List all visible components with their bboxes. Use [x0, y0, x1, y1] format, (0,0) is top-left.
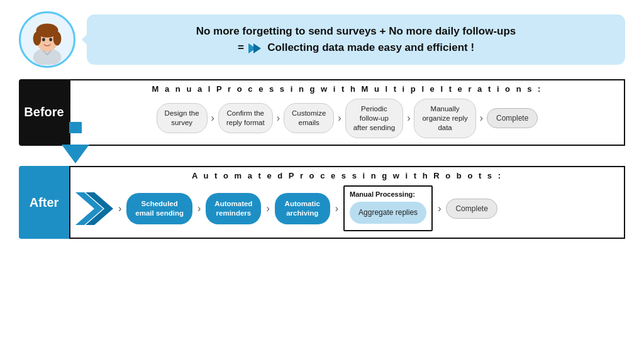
after-arrow-2: › — [197, 203, 201, 214]
arrow-1: › — [211, 112, 214, 124]
manual-processing-box: Manual Processing: Aggregate replies — [343, 185, 433, 232]
after-arrow-1: › — [118, 203, 121, 214]
after-label: After — [19, 166, 69, 239]
speech-bubble: No more forgetting to send surveys + No … — [87, 14, 625, 64]
down-arrow-group — [62, 150, 89, 163]
arrow-5: › — [480, 112, 483, 124]
before-step-1: Design thesurvey — [157, 103, 208, 133]
before-section: Before M a n u a l P r o c e s s i n g w… — [19, 79, 625, 146]
arrow-4: › — [407, 112, 410, 124]
after-arrow-4: › — [335, 203, 338, 214]
before-process-box: M a n u a l P r o c e s s i n g w i t h … — [69, 79, 625, 146]
before-label: Before — [19, 79, 69, 146]
before-step-2: Confirm thereply format — [218, 103, 273, 133]
power-automate-logo — [75, 192, 113, 225]
arrow-2: › — [277, 112, 280, 124]
after-complete: Complete — [446, 199, 497, 219]
pa-chevron-icon — [75, 192, 113, 225]
speech-text: No more forgetting to send surveys + No … — [101, 23, 611, 55]
before-title: M a n u a l P r o c e s s i n g w i t h … — [77, 84, 618, 94]
after-title: A u t o m a t e d P r o c e s s i n g w … — [75, 171, 619, 180]
after-steps-row: › Scheduledemail sending › Automatedremi… — [75, 185, 619, 232]
before-step-5: Manuallyorganize replydata — [414, 99, 475, 138]
svg-marker-9 — [253, 43, 261, 53]
before-step-4: Periodicfollow-upafter sending — [345, 99, 404, 138]
top-section: No more forgetting to send surveys + No … — [0, 0, 644, 74]
down-arrow-container — [19, 150, 644, 163]
after-arrow-3: › — [266, 203, 269, 214]
svg-point-7 — [49, 38, 52, 41]
power-automate-icon — [247, 41, 262, 56]
arrow-3: › — [338, 112, 341, 124]
before-steps-row: Design thesurvey › Confirm thereply form… — [77, 99, 618, 138]
after-section: After A u t o m a t e d P r o c e s s i … — [19, 166, 625, 239]
avatar — [19, 11, 75, 68]
manual-processing-title: Manual Processing: — [350, 190, 426, 198]
after-process-box: A u t o m a t e d P r o c e s s i n g w … — [69, 166, 625, 239]
after-arrow-5: › — [438, 203, 441, 214]
after-step-3: Automaticarchiving — [275, 193, 330, 224]
arrow-shaft — [69, 122, 82, 133]
after-step-2: Automatedreminders — [206, 193, 261, 224]
before-step-3: Customizeemails — [284, 103, 334, 133]
after-step-1: Scheduledemail sending — [126, 193, 192, 224]
before-complete: Complete — [487, 108, 538, 128]
svg-point-6 — [42, 38, 45, 41]
arrow-head — [62, 145, 89, 163]
svg-point-4 — [33, 31, 42, 45]
svg-point-5 — [53, 31, 62, 45]
after-manual-step: Aggregate replies — [350, 202, 426, 224]
